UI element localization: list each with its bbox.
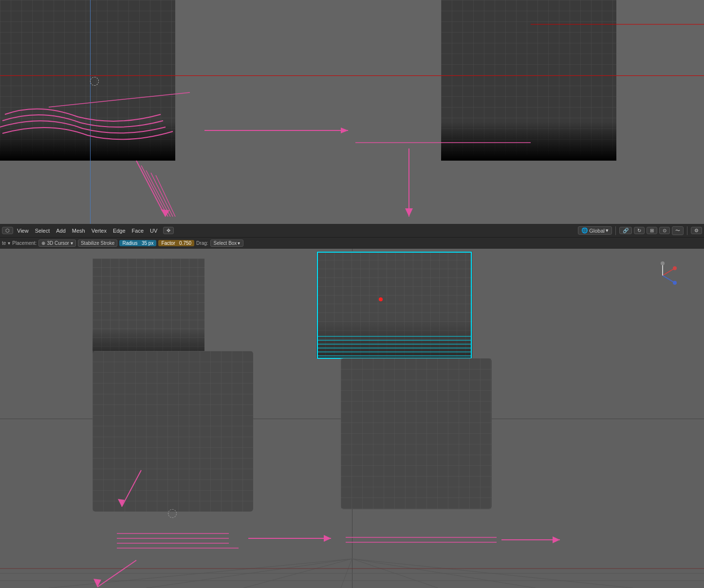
sub-toolbar: te ▾ Placement: ⊕ 3D Cursor ▾ Stabilize … bbox=[0, 237, 704, 249]
sep1 bbox=[615, 226, 616, 235]
menu-face[interactable]: Face bbox=[129, 227, 147, 235]
svg-line-41 bbox=[243, 559, 352, 588]
cursor-label: 3D Cursor bbox=[47, 240, 69, 246]
sep-dot: ▾ bbox=[8, 240, 10, 246]
mesh-topleft bbox=[93, 258, 204, 358]
uv-panel-right[interactable] bbox=[441, 0, 616, 161]
mode-dropdown[interactable]: ⬡ bbox=[2, 227, 13, 234]
svg-line-39 bbox=[49, 559, 352, 588]
svg-line-4 bbox=[141, 165, 168, 217]
dot-btn[interactable]: ⊙ bbox=[659, 227, 670, 234]
menu-uv[interactable]: UV bbox=[147, 227, 160, 235]
mesh-botright bbox=[341, 358, 492, 509]
svg-line-45 bbox=[352, 559, 633, 588]
svg-marker-38 bbox=[553, 536, 560, 543]
red-guide-line bbox=[0, 75, 704, 76]
uv-editor-section bbox=[0, 0, 704, 224]
svg-line-6 bbox=[151, 173, 173, 217]
settings-icon: ⚙ bbox=[694, 228, 699, 233]
svg-marker-34 bbox=[93, 579, 101, 587]
svg-marker-3 bbox=[161, 209, 169, 217]
drag-label: Drag: bbox=[196, 240, 208, 246]
transform-btn[interactable]: ✥ bbox=[163, 227, 174, 234]
radius-value: 35 px bbox=[142, 240, 153, 246]
red-dot-topright bbox=[379, 297, 383, 301]
cursor-dropdown[interactable]: ⊕ 3D Cursor ▾ bbox=[38, 239, 76, 247]
refresh-btn[interactable]: ↻ bbox=[634, 227, 645, 234]
sep2 bbox=[687, 226, 687, 235]
factor-field[interactable]: Factor 0.750 bbox=[158, 240, 194, 246]
edit-mode-label: te bbox=[2, 240, 6, 246]
svg-marker-9 bbox=[405, 208, 413, 217]
mesh-botright-container bbox=[341, 358, 497, 514]
menu-mesh[interactable]: Mesh bbox=[69, 227, 88, 235]
mesh-topright bbox=[316, 251, 472, 358]
svg-point-20 bbox=[673, 266, 677, 270]
menu-add[interactable]: Add bbox=[53, 227, 69, 235]
main-toolbar: ⬡ View Select Add Mesh Vertex Edge Face … bbox=[0, 224, 704, 237]
menu-bar: View Select Add Mesh Vertex Edge Face UV bbox=[14, 227, 160, 235]
wave-btn[interactable]: 〜 bbox=[672, 226, 684, 235]
svg-point-24 bbox=[661, 261, 665, 265]
svg-line-5 bbox=[146, 170, 170, 217]
uv-panel-left[interactable] bbox=[0, 0, 175, 161]
svg-line-40 bbox=[146, 559, 352, 588]
svg-line-21 bbox=[663, 276, 675, 283]
svg-marker-32 bbox=[324, 535, 331, 542]
svg-line-7 bbox=[156, 175, 175, 217]
radius-label: Radius bbox=[122, 240, 137, 246]
global-dropdown[interactable]: 🌐 Global ▾ bbox=[578, 226, 612, 235]
placement-label: Placement: bbox=[12, 240, 37, 246]
grid-btn[interactable]: ⊞ bbox=[647, 227, 657, 234]
svg-line-19 bbox=[663, 268, 675, 276]
menu-edge[interactable]: Edge bbox=[110, 227, 129, 235]
menu-vertex[interactable]: Vertex bbox=[89, 227, 110, 235]
svg-marker-1 bbox=[341, 128, 348, 133]
factor-value: 0.750 bbox=[179, 240, 191, 246]
factor-label: Factor bbox=[161, 240, 175, 246]
cursor-arrow: ▾ bbox=[71, 240, 73, 246]
mesh-botleft bbox=[93, 351, 253, 512]
cursor-circle-botleft bbox=[168, 509, 177, 518]
cursor-circle-left bbox=[90, 77, 99, 86]
menu-view[interactable]: View bbox=[14, 227, 32, 235]
stabilize-label: Stabilize Stroke bbox=[81, 240, 114, 246]
settings-btn[interactable]: ⚙ bbox=[691, 227, 702, 234]
svg-line-43 bbox=[352, 559, 438, 588]
radius-field[interactable]: Radius 35 px bbox=[119, 240, 156, 246]
select-box-arrow: ▾ bbox=[238, 240, 240, 246]
mode-icon: ⬡ bbox=[5, 228, 10, 233]
mesh-topright-container bbox=[316, 251, 477, 358]
toolbar-right: 🌐 Global ▾ 🔗 ↻ ⊞ ⊙ 〜 ⚙ bbox=[578, 226, 702, 235]
select-box-label: Select Box bbox=[214, 240, 237, 246]
uv-gradient-left bbox=[0, 122, 175, 161]
svg-line-42 bbox=[341, 559, 352, 588]
axis-indicator bbox=[648, 261, 677, 290]
dropdown-arrow: ▾ bbox=[606, 227, 609, 234]
svg-line-2 bbox=[136, 161, 166, 217]
uv-gradient-right bbox=[441, 122, 616, 161]
global-label: Global bbox=[589, 228, 605, 234]
transform-icon: ✥ bbox=[167, 228, 170, 233]
globe-icon: 🌐 bbox=[581, 227, 588, 234]
cursor-icon: ⊕ bbox=[41, 240, 45, 246]
svg-point-22 bbox=[673, 281, 677, 285]
3d-viewport[interactable] bbox=[0, 249, 704, 588]
svg-line-44 bbox=[352, 559, 536, 588]
link-btn[interactable]: 🔗 bbox=[619, 227, 632, 234]
mesh-botleft-container bbox=[93, 351, 258, 516]
menu-select[interactable]: Select bbox=[32, 227, 53, 235]
svg-line-33 bbox=[97, 560, 136, 587]
select-box-btn[interactable]: Select Box ▾ bbox=[210, 239, 244, 247]
stabilize-dropdown[interactable]: Stabilize Stroke bbox=[78, 239, 117, 247]
blue-guide-line bbox=[90, 0, 91, 224]
